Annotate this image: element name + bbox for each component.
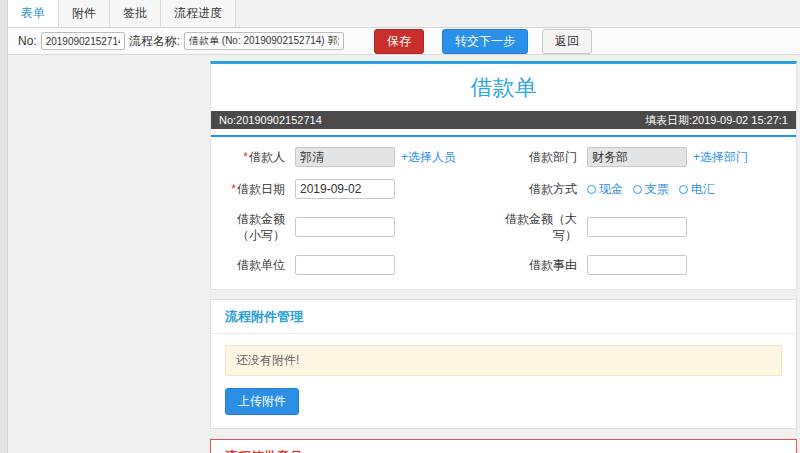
department-input[interactable] — [587, 147, 687, 167]
amount-small-label: 借款金额（小写） — [211, 205, 291, 249]
process-name-input[interactable] — [184, 32, 344, 50]
borrow-unit-input[interactable] — [295, 255, 395, 275]
method-radio-group: 现金 支票 电汇 — [587, 181, 715, 198]
select-person-link[interactable]: +选择人员 — [401, 149, 456, 166]
method-radio-wire[interactable]: 电汇 — [679, 181, 715, 198]
radio-icon — [633, 185, 642, 194]
required-mark: * — [231, 182, 236, 196]
required-mark: * — [243, 150, 248, 164]
reason-input[interactable] — [587, 255, 687, 275]
radio-icon — [587, 185, 596, 194]
amount-big-input[interactable] — [587, 217, 687, 237]
no-attachment-notice: 还没有附件! — [225, 345, 782, 376]
no-input[interactable] — [41, 32, 125, 50]
fill-date: 填表日期:2019-09-02 15:27:1 — [645, 113, 788, 128]
method-radio-cheque[interactable]: 支票 — [633, 181, 669, 198]
process-name-label: 流程名称: — [129, 33, 180, 50]
select-department-link[interactable]: +选择部门 — [693, 149, 748, 166]
borrower-label: *借款人 — [211, 143, 291, 171]
no-label: No: — [18, 34, 37, 48]
attachment-panel: 流程附件管理 还没有附件! 上传附件 — [210, 299, 797, 429]
tab-bar: 表单 附件 签批 流程进度 — [8, 0, 800, 28]
loan-form-title: 借款单 — [211, 64, 796, 111]
tab-attachment[interactable]: 附件 — [59, 0, 110, 27]
borrower-input[interactable] — [295, 147, 395, 167]
borrow-date-input[interactable] — [295, 179, 395, 199]
document-number: No:20190902152714 — [219, 114, 322, 126]
loan-form-grid: *借款人 +选择人员 借款部门 +选择部门 *借款日期 借款 — [211, 137, 796, 289]
borrow-unit-label: 借款单位 — [211, 251, 291, 279]
department-label: 借款部门 — [491, 143, 583, 171]
method-radio-cash[interactable]: 现金 — [587, 181, 623, 198]
action-toolbar: No: 流程名称: 保存 转交下一步 返回 — [8, 28, 800, 55]
upload-attachment-button[interactable]: 上传附件 — [225, 388, 299, 415]
tab-progress[interactable]: 流程进度 — [161, 0, 236, 27]
attachment-section-title: 流程附件管理 — [211, 300, 796, 334]
loan-form-panel: 借款单 No:20190902152714 填表日期:2019-09-02 15… — [210, 61, 797, 290]
back-button[interactable]: 返回 — [542, 29, 592, 54]
tab-approval[interactable]: 签批 — [110, 0, 161, 27]
save-button[interactable]: 保存 — [374, 29, 424, 54]
amount-big-label: 借款金额（大写） — [491, 205, 583, 249]
amount-small-input[interactable] — [295, 217, 395, 237]
reason-label: 借款事由 — [491, 251, 583, 279]
form-header-bar: No:20190902152714 填表日期:2019-09-02 15:27:… — [211, 111, 796, 129]
approval-section-title: 流程签批意见 — [211, 440, 796, 453]
method-label: 借款方式 — [491, 175, 583, 203]
screen: 表单 附件 签批 流程进度 No: 流程名称: 保存 转交下一步 返回 借款单 … — [0, 0, 800, 453]
radio-icon — [679, 185, 688, 194]
tab-form[interactable]: 表单 — [8, 0, 59, 27]
borrow-date-label: *借款日期 — [211, 175, 291, 203]
approval-panel: 流程签批意见 B I abc A ✎ ∞ ⚑ ≡ ≣ ⇤ ⇥ — [210, 439, 797, 453]
forward-next-step-button[interactable]: 转交下一步 — [442, 29, 528, 54]
content-area: 借款单 No:20190902152714 填表日期:2019-09-02 15… — [8, 55, 800, 453]
left-gutter — [0, 0, 8, 453]
